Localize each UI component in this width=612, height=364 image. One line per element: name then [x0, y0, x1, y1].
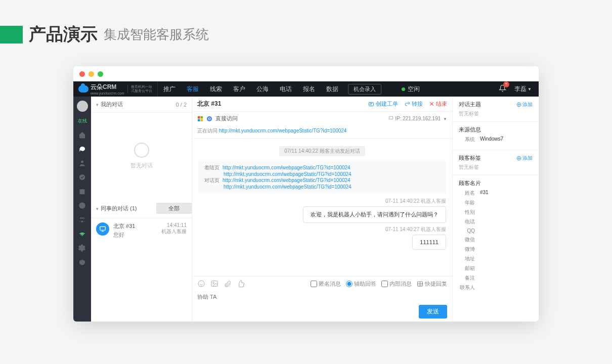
nav-phone[interactable]: 电话 [274, 81, 297, 97]
minimize-icon[interactable] [89, 71, 94, 77]
conv-name: 北京 #31 [113, 222, 157, 230]
message-meta: 07-11 14:40:22 机器人客服 [198, 198, 446, 205]
quick-reply-button[interactable]: 快捷回复 [417, 280, 447, 288]
calendar-icon[interactable] [78, 187, 86, 195]
nav-leads[interactable]: 线索 [204, 81, 228, 97]
brand-url: www.yunduocrm.com [91, 92, 124, 95]
notifications-button[interactable]: 5 [499, 84, 506, 94]
compose-area [192, 291, 452, 305]
chevron-down-icon: ▼ [528, 87, 532, 92]
chat-panel: 北京 #31 创建工单 转接 结束 [192, 97, 453, 322]
page-info-box: 着陆页http://mkt.yunduocrm.com/webpageStati… [198, 160, 446, 194]
transfer-icon [404, 101, 410, 107]
agent-status[interactable]: 空闲 [402, 85, 420, 94]
conversation-item[interactable]: 北京 #31 您好 14:41:11 机器人客服 [91, 218, 192, 243]
assist-checkbox[interactable]: 辅助回答 [346, 280, 376, 288]
person-icon[interactable] [78, 159, 86, 167]
conv-count: 0 / 2 [176, 102, 187, 108]
nav-customers[interactable]: 客户 [228, 81, 251, 97]
create-ticket-button[interactable]: 创建工单 [368, 100, 398, 108]
home-icon[interactable] [78, 130, 86, 139]
my-conversations-header[interactable]: ▾我的对话 0 / 2 [91, 97, 192, 113]
user-avatar[interactable] [77, 101, 88, 112]
visitor-ip: IP: 221.219.162.191 ▼ [388, 116, 447, 121]
svg-rect-12 [201, 119, 203, 121]
svg-point-15 [209, 118, 210, 119]
emoji-icon[interactable] [197, 280, 205, 288]
chrome-icon [206, 116, 212, 122]
customer-info-panel: 对话主题 添加 暂无标签 来源信息 系统Windows7 顾客标签 添加 [453, 97, 539, 322]
chat-body: 07/11 14:40:22 顾客主动发起对话 着陆页http://mkt.yu… [192, 139, 452, 276]
chatpage-url-link[interactable]: http://mkt.yunduocrm.com/webpageStatic/T… [224, 184, 352, 190]
no-topic-label: 暂无标签 [459, 110, 533, 117]
message-meta: 07-11 14:40:27 机器人客服 [198, 226, 446, 233]
svg-point-19 [213, 282, 214, 284]
peer-conversations-header[interactable]: ▾同事的对话 (1) 全部 [91, 199, 192, 218]
attachment-icon[interactable] [224, 280, 232, 288]
pie-icon[interactable] [78, 201, 86, 209]
online-status: 在线 [78, 118, 87, 124]
slide-title-sub: 集成智能客服系统 [104, 26, 209, 43]
end-button[interactable]: 结束 [429, 100, 447, 108]
team-icon[interactable] [78, 215, 86, 223]
svg-rect-11 [198, 119, 200, 121]
send-button[interactable]: 发送 [419, 305, 447, 318]
maximize-icon[interactable] [98, 71, 103, 77]
close-icon [429, 101, 434, 107]
status-dot-icon [402, 87, 405, 91]
svg-point-4 [83, 217, 84, 219]
chevron-down-icon: ▾ [96, 102, 99, 107]
gear-icon[interactable] [78, 244, 86, 252]
power-icon[interactable] [78, 258, 86, 266]
svg-point-5 [81, 217, 83, 219]
landing-url-link[interactable]: http://mkt.yunduocrm.com/webpageStatic/T… [224, 171, 352, 177]
panel-title-tags: 顾客标签 [459, 154, 481, 162]
chatpage-url-link[interactable]: http://mkt.yunduocrm.com/webpageStatic/T… [223, 177, 351, 183]
internal-checkbox[interactable]: 内部消息 [381, 280, 412, 288]
add-tag-button[interactable]: 添加 [516, 155, 533, 162]
transfer-button[interactable]: 转接 [404, 100, 423, 108]
nav-signup[interactable]: 报名 [297, 81, 321, 97]
svg-rect-7 [100, 226, 106, 230]
image-icon[interactable] [210, 280, 218, 288]
brand-logo[interactable]: 云朵CRM www.yunduocrm.com 教育机构一站式服务云平台 [73, 81, 158, 97]
svg-point-3 [80, 217, 81, 219]
thumbs-up-icon[interactable] [237, 280, 245, 288]
message-input[interactable] [197, 294, 447, 300]
filter-all-button[interactable]: 全部 [156, 203, 192, 214]
nav-service[interactable]: 客服 [181, 81, 204, 97]
landing-url-link[interactable]: http://mkt.yunduocrm.com/webpageStatic/T… [223, 165, 351, 170]
svg-point-0 [81, 160, 83, 163]
plus-icon [516, 102, 521, 107]
user-menu[interactable]: 李磊▼ [514, 85, 532, 94]
nav-public[interactable]: 公海 [251, 81, 274, 97]
slide-header: 产品演示 集成智能客服系统 [0, 0, 612, 56]
source-system: Windows7 [480, 136, 503, 143]
window-titlebar [73, 66, 539, 81]
visiting-url-row: 正在访问 http://mkt.yunduocrm.com/webpageSta… [192, 125, 452, 139]
svg-rect-10 [201, 116, 203, 119]
conv-preview: 您好 [113, 231, 157, 239]
nav-promote[interactable]: 推广 [158, 81, 181, 97]
quick-reply-icon [417, 281, 423, 287]
nav-data[interactable]: 数据 [321, 81, 344, 97]
panel-title-card: 顾客名片 [459, 179, 481, 187]
title-accent-bar [0, 26, 23, 43]
no-tag-label: 暂无标签 [459, 164, 533, 171]
timeline-note: 07/11 14:40:22 顾客主动发起对话 [279, 146, 365, 156]
visiting-url-link[interactable]: http://mkt.yunduocrm.com/webpageStatic/T… [219, 128, 347, 133]
top-nav: 云朵CRM www.yunduocrm.com 教育机构一站式服务云平台 推广 … [73, 81, 539, 97]
add-topic-button[interactable]: 添加 [516, 101, 533, 108]
brand-name: 云朵CRM [91, 83, 124, 92]
access-type: 直接访问 [215, 115, 238, 122]
check-icon[interactable] [78, 173, 86, 181]
ticket-icon [368, 101, 374, 107]
panel-title-topic: 对话主题 [459, 101, 481, 108]
chat-icon[interactable] [78, 145, 86, 153]
svg-point-1 [79, 174, 85, 179]
anon-checkbox[interactable]: 匿名消息 [311, 280, 341, 288]
panel-title-source: 来源信息 [459, 126, 481, 133]
record-opportunity-button[interactable]: 机会录入 [348, 84, 381, 95]
wifi-icon[interactable] [78, 230, 86, 238]
close-icon[interactable] [79, 71, 85, 77]
